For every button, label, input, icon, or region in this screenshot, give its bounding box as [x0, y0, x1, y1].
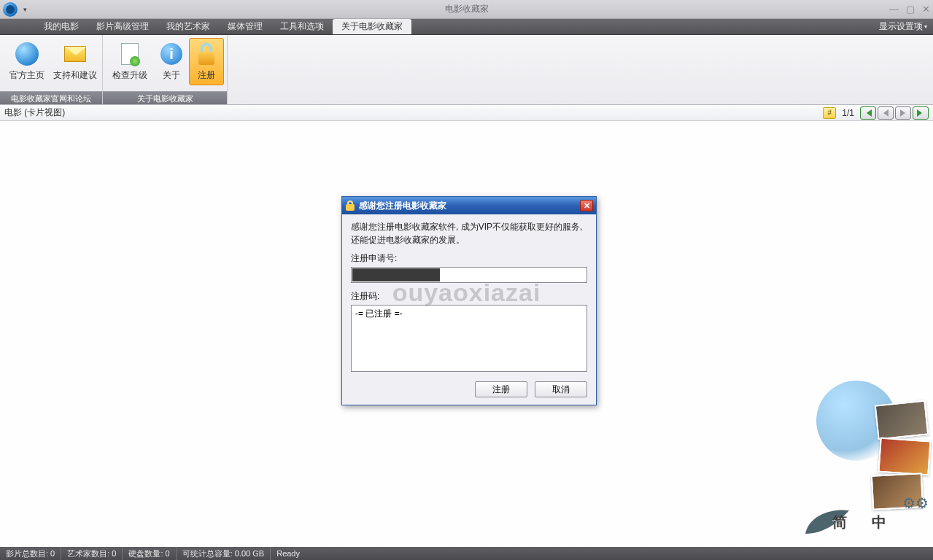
tab-tools-options[interactable]: 工具和选项	[271, 19, 333, 34]
cancel-button[interactable]: 取消	[535, 381, 587, 397]
last-icon	[916, 109, 925, 117]
status-capacity: 可统计总容量: 0.00 GB	[177, 547, 271, 560]
maximize-button[interactable]: ▢	[906, 4, 915, 15]
status-disk-count: 硬盘数量: 0	[123, 547, 176, 560]
close-button[interactable]: ✕	[922, 4, 930, 15]
dialog-close-button[interactable]: ✕	[580, 200, 593, 211]
display-settings-button[interactable]: 显示设置项▾	[879, 19, 933, 34]
ribbon: 官方主页 支持和建议 电影收藏家官网和论坛 检查升级 i 关于	[0, 35, 933, 105]
tab-my-movies[interactable]: 我的电影	[35, 19, 88, 34]
nav-last-button[interactable]	[913, 106, 929, 120]
globe-icon	[15, 42, 39, 66]
window-title: 电影收藏家	[445, 3, 489, 15]
nav-next-button[interactable]	[895, 106, 911, 120]
tab-advanced-mgmt[interactable]: 影片高级管理	[88, 19, 158, 34]
ribbon-group-about: 检查升级 i 关于 注册 关于电影收藏家	[103, 35, 228, 104]
tab-my-artists[interactable]: 我的艺术家	[158, 19, 219, 34]
request-no-field[interactable]	[351, 267, 587, 283]
nav-first-button[interactable]	[860, 106, 876, 120]
dialog-title: 感谢您注册电影收藏家	[359, 200, 580, 212]
doc-update-icon	[121, 43, 139, 65]
dialog-message: 感谢您注册电影收藏家软件, 成为VIP不仅能获取更好的服务, 还能促进电影收藏家…	[351, 220, 587, 246]
chevron-down-icon: ▾	[924, 23, 927, 30]
app-icon	[3, 2, 18, 17]
movie-card-graphic	[871, 472, 924, 510]
grid-hash-button[interactable]: #	[823, 107, 836, 119]
prev-icon	[882, 109, 889, 117]
ribbon-btn-homepage[interactable]: 官方主页	[3, 38, 51, 85]
reg-code-label: 注册码:	[351, 290, 587, 303]
ribbon-group-label: 电影收藏家官网和论坛	[0, 91, 102, 104]
ribbon-btn-support[interactable]: 支持和建议	[51, 38, 99, 85]
page-indicator: 1/1	[842, 108, 854, 118]
info-icon: i	[160, 43, 182, 65]
ribbon-group-label: 关于电影收藏家	[103, 91, 227, 104]
register-dialog: 感谢您注册电影收藏家 ✕ 感谢您注册电影收藏家软件, 成为VIP不仅能获取更好的…	[341, 196, 597, 405]
minimize-button[interactable]: —	[889, 4, 899, 15]
app-window: ▾ 电影收藏家 — ▢ ✕ 我的电影 影片高级管理 我的艺术家 媒体管理 工具和…	[0, 0, 933, 560]
status-ready: Ready	[271, 549, 306, 558]
lock-icon	[345, 201, 355, 211]
mail-icon	[64, 46, 86, 62]
lock-icon	[197, 43, 216, 65]
reg-code-textarea[interactable]	[351, 305, 587, 372]
quick-access-dropdown-icon[interactable]: ▾	[23, 6, 27, 13]
redacted-value	[352, 268, 440, 281]
corner-decoration: ⚙⚙ 简 中	[787, 381, 933, 534]
view-bar: 电影 (卡片视图) # 1/1	[0, 105, 933, 121]
view-label: 电影 (卡片视图)	[4, 106, 823, 119]
tab-about[interactable]: 关于电影收藏家	[333, 19, 411, 34]
register-button[interactable]: 注册	[475, 381, 527, 397]
ribbon-btn-about[interactable]: i 关于	[154, 38, 189, 85]
status-movie-count: 影片总数目: 0	[0, 547, 61, 560]
status-artist-count: 艺术家数目: 0	[61, 547, 123, 560]
first-icon	[864, 109, 872, 117]
tab-media-mgmt[interactable]: 媒体管理	[219, 19, 271, 34]
request-no-label: 注册申请号:	[351, 252, 587, 265]
menu-bar: 我的电影 影片高级管理 我的艺术家 媒体管理 工具和选项 关于电影收藏家 显示设…	[0, 19, 933, 35]
leaf-graphic	[802, 505, 853, 537]
content-area: ouyaoxiazai 感谢您注册电影收藏家 ✕ 感谢您注册电影收藏家软件, 成…	[0, 121, 933, 547]
title-bar: ▾ 电影收藏家 — ▢ ✕	[0, 0, 933, 19]
nav-prev-button[interactable]	[878, 106, 894, 120]
bubble-graphic	[816, 381, 897, 461]
ribbon-btn-check-update[interactable]: 检查升级	[106, 38, 154, 85]
movie-card-graphic	[875, 400, 929, 440]
ribbon-group-website: 官方主页 支持和建议 电影收藏家官网和论坛	[0, 35, 103, 104]
language-label: 简 中	[832, 513, 897, 532]
ribbon-btn-register[interactable]: 注册	[189, 38, 224, 85]
next-icon	[899, 109, 907, 117]
gears-icon: ⚙⚙	[902, 494, 929, 512]
status-bar: 影片总数目: 0 艺术家数目: 0 硬盘数量: 0 可统计总容量: 0.00 G…	[0, 547, 933, 560]
dialog-title-bar[interactable]: 感谢您注册电影收藏家 ✕	[342, 197, 596, 214]
movie-card-graphic	[878, 438, 931, 476]
